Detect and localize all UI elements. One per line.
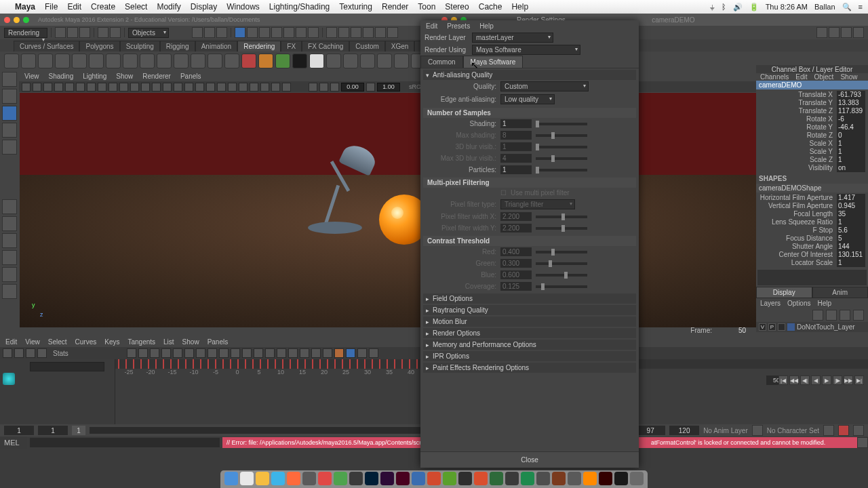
menu-render[interactable]: Render (382, 2, 408, 12)
dlg-menu-edit[interactable]: Edit (426, 22, 437, 30)
layer-icon[interactable] (853, 310, 864, 321)
shelf-icon[interactable] (72, 54, 87, 68)
shelf-tab[interactable]: Sculpting (120, 41, 160, 52)
shelf-icon[interactable] (55, 54, 70, 68)
ge-menu[interactable]: Panels (208, 338, 229, 346)
vp-icon[interactable] (76, 83, 85, 92)
shelf-icon[interactable] (275, 54, 290, 68)
autokey-icon[interactable] (853, 425, 864, 436)
ge-icon[interactable] (161, 348, 171, 358)
snap-icon[interactable] (259, 27, 270, 38)
menu-help[interactable]: Help (511, 2, 528, 12)
dock-app-icon[interactable] (521, 472, 534, 485)
edge-aa-dropdown[interactable]: Low quality (500, 94, 555, 104)
dlg-menu-help[interactable]: Help (479, 22, 494, 30)
ge-menu[interactable]: Curves (75, 338, 97, 346)
shelf-icon[interactable] (140, 54, 155, 68)
shelf-tab[interactable]: Curves / Surfaces (14, 41, 79, 52)
layout-single-icon[interactable] (2, 199, 17, 214)
range-start[interactable]: 1 (4, 426, 34, 435)
vp-icon[interactable] (206, 83, 215, 92)
playback-start[interactable]: 1 (38, 426, 68, 435)
render-icon[interactable] (351, 27, 361, 38)
shape-name[interactable]: cameraDEMOShape (756, 184, 868, 192)
move-tool-icon[interactable] (2, 106, 17, 121)
ge-icon[interactable] (173, 348, 182, 358)
layer-cb[interactable] (778, 323, 785, 331)
section-header[interactable]: Motion Blur (423, 317, 636, 327)
search-icon[interactable]: 🔍 (842, 3, 852, 12)
vp-icon[interactable] (282, 83, 291, 92)
ge-icon[interactable] (138, 348, 148, 358)
ch-menu[interactable]: Edit (795, 73, 807, 81)
channel-row[interactable]: Vertical Film Aperture0.945 (756, 202, 868, 210)
shelf-tab[interactable]: Custom (349, 41, 384, 52)
shelf-icon[interactable] (174, 54, 189, 68)
layout-icon[interactable] (2, 284, 17, 299)
ge-icon[interactable] (208, 348, 217, 358)
ge-icon[interactable] (37, 348, 47, 358)
vp-menu-lighting[interactable]: Lighting (83, 73, 106, 80)
vp-icon[interactable] (330, 83, 339, 92)
playback-end[interactable]: 97 (635, 426, 665, 435)
save-scene-icon[interactable] (79, 27, 90, 38)
dock-app-icon[interactable] (412, 472, 425, 485)
scale-tool-icon[interactable] (2, 140, 17, 155)
play-back-icon[interactable]: ◀ (811, 375, 821, 385)
menu-windows[interactable]: Windows (226, 2, 260, 12)
section-header[interactable]: Memory and Performance Options (423, 340, 636, 350)
char-set-dropdown[interactable]: No Character Set (767, 427, 819, 434)
ge-icon[interactable] (254, 348, 263, 358)
workspace-dropdown[interactable]: Rendering (4, 28, 47, 38)
ge-icon[interactable] (242, 348, 252, 358)
rotate-tool-icon[interactable] (2, 123, 17, 138)
section-header[interactable]: Render Options (423, 328, 636, 338)
shelf-icon[interactable] (224, 54, 239, 68)
redo-icon[interactable] (110, 27, 121, 38)
dock-app-icon[interactable] (365, 472, 378, 485)
batt-icon[interactable]: 🔋 (749, 3, 759, 12)
layout-icon[interactable] (829, 27, 840, 38)
vol-icon[interactable]: 🔊 (733, 3, 743, 12)
layer-icon[interactable] (840, 310, 850, 321)
render-icon[interactable] (387, 27, 398, 38)
channel-row[interactable]: Rotate X-6 (756, 115, 868, 123)
dock-app-icon[interactable] (349, 472, 363, 485)
command-input[interactable] (30, 438, 220, 447)
bt-icon[interactable]: ᛒ (722, 3, 726, 11)
particles-slider[interactable] (536, 169, 587, 171)
dock-app-icon[interactable] (599, 472, 612, 485)
ge-icon[interactable] (184, 348, 194, 358)
channel-row[interactable]: Scale X1 (756, 140, 868, 148)
section-header[interactable]: Paint Effects Rendering Options (423, 363, 636, 373)
channel-row[interactable]: Rotate Z0 (756, 131, 868, 140)
user[interactable]: Ballan (814, 3, 835, 11)
channel-row[interactable]: F Stop5.6 (756, 226, 868, 235)
vp-menu-shading[interactable]: Shading (49, 73, 74, 80)
section-header[interactable]: IPR Options (423, 351, 636, 361)
anim-tab[interactable]: Anim (812, 287, 869, 298)
layer-type[interactable]: P (768, 323, 776, 331)
dock-app-icon[interactable] (474, 472, 488, 485)
ge-icon[interactable] (311, 348, 321, 358)
channel-row[interactable]: Rotate Y-46.4 (756, 123, 868, 131)
particles-field[interactable]: 1 (500, 165, 532, 174)
vp-menu-show[interactable]: Show (116, 73, 133, 80)
tab-common[interactable]: Common (420, 56, 463, 68)
menu-select[interactable]: Select (125, 2, 147, 12)
menu-create[interactable]: Create (91, 2, 115, 12)
dock-app-icon[interactable] (630, 472, 644, 485)
shelf-tab[interactable]: FX Caching (302, 41, 349, 52)
menu-lighting[interactable]: Lighting/Shading (269, 2, 330, 12)
dock-app-icon[interactable] (490, 472, 503, 485)
ge-icon[interactable] (300, 348, 309, 358)
shelf-icon[interactable] (326, 54, 341, 68)
aa-section[interactable]: Anti-aliasing Quality (423, 70, 636, 80)
vp-icon[interactable] (98, 83, 106, 92)
ge-icon[interactable] (219, 348, 229, 358)
vp-icon[interactable] (366, 83, 375, 92)
key-icon[interactable] (838, 425, 849, 436)
layout-icon[interactable] (853, 27, 864, 38)
vp-menu-panels[interactable]: Panels (180, 73, 201, 80)
step-fwd-icon[interactable]: ▶▶ (844, 375, 853, 385)
